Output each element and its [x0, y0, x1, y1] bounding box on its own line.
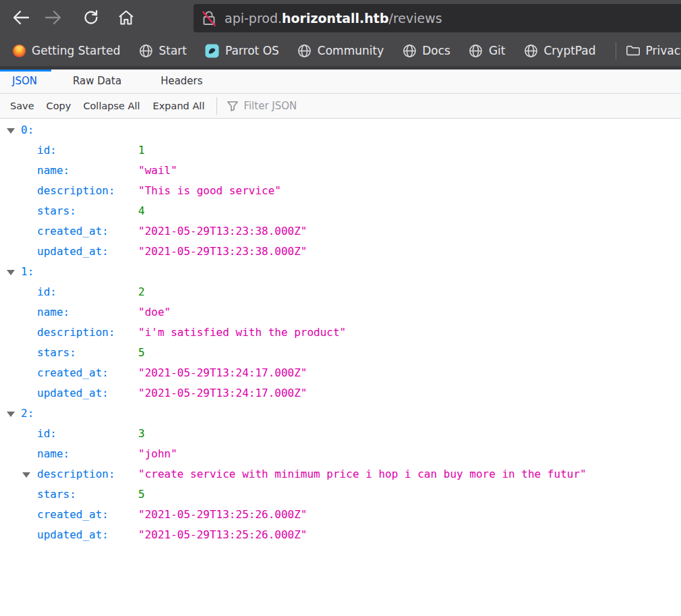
json-row: id:1: [0, 140, 681, 161]
json-row: stars:5: [0, 343, 681, 363]
json-key: created_at:: [37, 505, 109, 525]
json-row[interactable]: description:"create service with minimum…: [0, 464, 681, 484]
json-row: stars:4: [0, 201, 681, 221]
toolbar-separator: [216, 97, 217, 115]
json-value: "This is good service": [138, 181, 281, 201]
bookmark-cryptpad[interactable]: CryptPad: [523, 43, 595, 58]
forward-arrow-icon: [44, 9, 63, 26]
jsonviewer-actions-bar: Save Copy Collapse All Expand All: [0, 94, 681, 119]
folder-icon: [626, 43, 641, 58]
json-value: 4: [138, 201, 145, 221]
expand-all-button[interactable]: Expand All: [153, 101, 205, 111]
globe-icon: [523, 43, 538, 58]
back-button[interactable]: [9, 6, 32, 29]
json-value: "2021-05-29T13:25:26.000Z": [138, 505, 307, 525]
bookmark-community[interactable]: Community: [297, 43, 384, 58]
json-value: 5: [138, 484, 145, 505]
url-bar[interactable]: api-prod.horizontall.htb/reviews: [194, 4, 681, 32]
json-key: 1:: [21, 262, 34, 282]
json-key: created_at:: [37, 221, 109, 242]
json-value: "2021-05-29T13:24:17.000Z": [138, 363, 307, 383]
collapse-all-button[interactable]: Collapse All: [83, 101, 140, 111]
globe-icon: [469, 43, 483, 58]
expander-arrow-icon[interactable]: [7, 412, 15, 417]
jsonviewer-tab-bar: JSON Raw Data Headers: [0, 69, 681, 94]
json-key: stars:: [37, 343, 76, 363]
expander-arrow-icon[interactable]: [7, 270, 15, 275]
bookmark-label: Start: [158, 44, 187, 57]
tab-json[interactable]: JSON: [0, 70, 49, 92]
json-key: 2:: [21, 403, 34, 424]
filter-funnel-icon: [227, 100, 239, 112]
json-key: updated_at:: [37, 383, 109, 403]
json-value: "doe": [138, 302, 171, 323]
json-key: name:: [37, 161, 69, 181]
json-row: name:"john": [0, 444, 681, 464]
filter-json-input[interactable]: [243, 100, 392, 112]
home-button[interactable]: [115, 6, 138, 29]
json-key: updated_at:: [37, 242, 109, 262]
json-key: stars:: [37, 201, 76, 221]
json-key: created_at:: [37, 363, 109, 383]
globe-icon: [402, 43, 417, 58]
json-row: description:"i'm satisfied with the prod…: [0, 323, 681, 343]
json-key: id:: [37, 424, 57, 444]
bookmark-docs[interactable]: Docs: [402, 43, 450, 58]
json-key: id:: [37, 140, 57, 161]
json-row: id:3: [0, 424, 681, 444]
json-row: updated_at:"2021-05-29T13:25:26.000Z": [0, 525, 681, 545]
bookmark-parrot-os[interactable]: Parrot OS: [205, 43, 279, 58]
globe-icon: [297, 43, 312, 58]
json-key: updated_at:: [37, 525, 109, 545]
bookmarks-separator: [616, 42, 616, 59]
json-row[interactable]: 0:: [0, 120, 681, 140]
reload-icon: [82, 9, 100, 26]
json-key: description:: [37, 323, 115, 343]
json-row: created_at:"2021-05-29T13:24:17.000Z": [0, 363, 681, 383]
json-key: description:: [37, 181, 115, 201]
url-path: /reviews: [389, 11, 442, 26]
json-row[interactable]: 2:: [0, 403, 681, 424]
copy-button[interactable]: Copy: [47, 101, 71, 111]
json-tree: 0:id:1name:"wail"description:"This is go…: [0, 119, 681, 545]
tab-raw-data[interactable]: Raw Data: [61, 70, 134, 92]
url-prefix: api-prod.: [225, 11, 282, 26]
filter-box: [227, 100, 392, 112]
bookmark-privacy[interactable]: Privacy: [626, 43, 681, 58]
json-key: stars:: [37, 484, 76, 505]
firefox-icon: [11, 43, 26, 58]
bookmark-label: CryptPad: [543, 44, 595, 57]
expander-arrow-icon[interactable]: [7, 128, 15, 134]
save-button[interactable]: Save: [10, 101, 34, 111]
json-value: 3: [138, 424, 145, 444]
json-row: updated_at:"2021-05-29T13:23:38.000Z": [0, 242, 681, 262]
bookmark-label: Parrot OS: [225, 44, 279, 57]
globe-icon: [138, 43, 153, 58]
browser-toolbar: api-prod.horizontall.htb/reviews: [0, 0, 681, 35]
bookmark-start[interactable]: Start: [138, 43, 187, 58]
json-value: "i'm satisfied with the product": [138, 323, 346, 343]
parrot-icon: [205, 43, 220, 58]
reload-button[interactable]: [80, 6, 102, 29]
json-row: created_at:"2021-05-29T13:23:38.000Z": [0, 221, 681, 242]
active-tab-indicator: [0, 69, 51, 72]
bookmark-label: Community: [318, 44, 384, 57]
json-key: name:: [37, 444, 69, 464]
json-value: 1: [138, 140, 145, 161]
insecure-lock-icon[interactable]: [202, 9, 216, 27]
bookmark-git[interactable]: Git: [469, 43, 506, 58]
json-row: name:"doe": [0, 302, 681, 323]
json-value: "2021-05-29T13:24:17.000Z": [138, 383, 307, 403]
expander-arrow-icon[interactable]: [22, 472, 30, 478]
json-key: id:: [37, 282, 57, 302]
json-value: "2021-05-29T13:23:38.000Z": [138, 221, 307, 242]
forward-button[interactable]: [42, 6, 65, 29]
json-key: 0:: [21, 120, 34, 140]
home-icon: [117, 9, 135, 26]
json-row[interactable]: 1:: [0, 262, 681, 282]
json-row: stars:5: [0, 484, 681, 505]
tab-headers[interactable]: Headers: [148, 70, 214, 92]
json-key: description:: [37, 464, 115, 484]
json-value: 5: [138, 343, 145, 363]
bookmark-getting-started[interactable]: Getting Started: [11, 43, 120, 58]
